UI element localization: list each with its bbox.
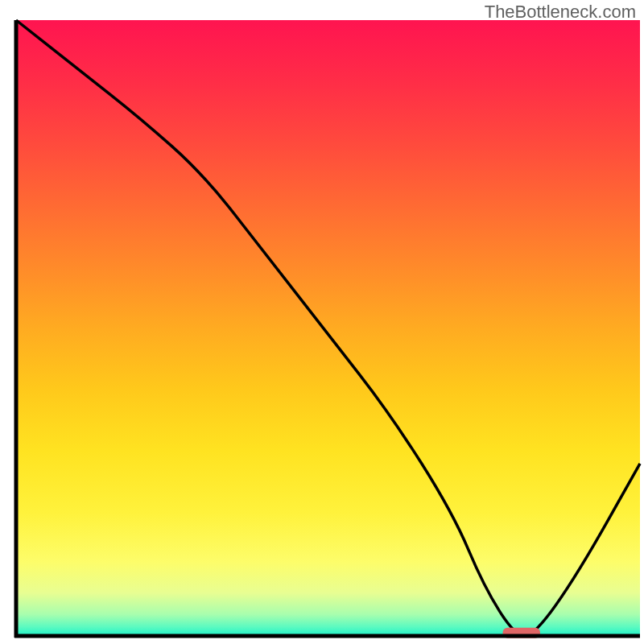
bottleneck-chart: TheBottleneck.com [0, 0, 644, 644]
watermark-label: TheBottleneck.com [485, 2, 636, 23]
chart-svg [0, 0, 644, 644]
gradient-background [16, 20, 640, 636]
